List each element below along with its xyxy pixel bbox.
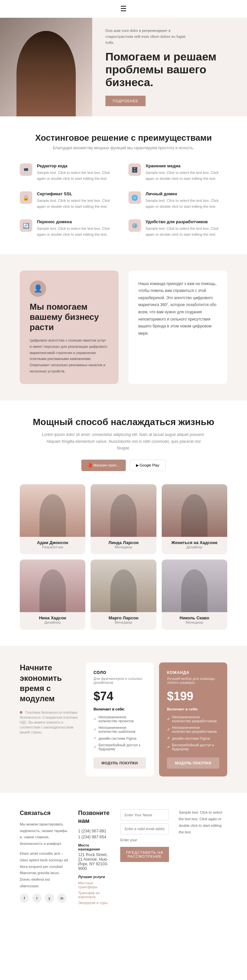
feature-icon: ⚙️ — [128, 219, 141, 232]
footer-submit-button[interactable]: ПРЕДСТАВИТЬ НА РАССМОТРЕНИЕ — [120, 847, 168, 862]
feature-text-block: Хранение медиа Sample text. Click to sel… — [146, 163, 227, 181]
person-silhouette — [40, 570, 66, 612]
pricing-note: Платёжка безопасности платёжка безопасно… — [20, 710, 79, 735]
feature-icon: 🌐 — [128, 191, 141, 204]
feature-text-block: Перенос домена Sample text. Click to sel… — [37, 219, 119, 237]
footer-social-icons: f t y in — [20, 894, 68, 903]
footer-address: 121 Rock Street, 21 Avenue, Нью-Йорк, NY… — [78, 853, 110, 871]
team-member-name: Линда Ларсон — [91, 540, 156, 545]
feature-item: 🔒 Сертификат SSL Sample text. Click to s… — [20, 191, 119, 209]
team-card: Нина Хадсон Дизайнер — [20, 560, 85, 630]
hero-subtitle: Duis aute irure dolor в репрехендерит в … — [105, 28, 188, 45]
footer-phone2: 1 (234) 987-654 — [78, 835, 110, 839]
facebook-icon[interactable]: f — [20, 894, 29, 903]
team-grid: Адам Джонсон Разработчик Линда Ларсон Ме… — [20, 484, 227, 630]
team-member-name: Жениться на Хадсоне — [162, 540, 227, 545]
person-silhouette — [181, 570, 207, 612]
plan-buy-button[interactable]: Модуль покупки — [167, 757, 219, 768]
feature-description: Sample text. Click to select the text bo… — [146, 170, 227, 181]
linkedin-icon[interactable]: in — [57, 894, 67, 903]
team-photo — [91, 560, 156, 612]
feature-icon: 🗄️ — [128, 163, 141, 176]
grow-avatar-icon: 👤 — [30, 280, 46, 297]
features-grid: 💻 Редактор кода Sample text. Click to se… — [20, 163, 227, 238]
footer-col-contact: Связаться Мы можем гарантировать надёжно… — [20, 810, 68, 906]
hero-title: Помогаем и решаем проблемы вашего бизнес… — [105, 50, 237, 89]
team-member-name: Нина Хадсон — [20, 616, 85, 620]
hamburger-icon[interactable]: ☰ — [120, 5, 127, 13]
footer-service-item[interactable]: Экскурсии и туры — [78, 900, 110, 906]
team-photo — [162, 560, 227, 612]
team-member-name: Марго Ларсон — [91, 616, 156, 620]
team-member-role: Разработчик — [20, 545, 85, 549]
plan-description: Лучший выбор для команды любого размера. — [167, 676, 219, 684]
plan-includes-label: Включает в себя: — [93, 707, 146, 711]
person-silhouette — [40, 494, 66, 537]
pricing-left: Начните экономить время с модулем Платёж… — [20, 662, 79, 735]
powerful-section: Мощный способ наслаждаться жизнью Lorem … — [0, 401, 247, 646]
team-card: Линда Ларсон Менеджер — [91, 484, 156, 554]
team-member-name: Николь Скаво — [162, 616, 227, 620]
plan-feature: ✓Бесперебойный доступ к будущему — [93, 741, 146, 752]
pricing-left-title: Начните экономить время с модулем — [20, 662, 79, 703]
feature-icon: 🔄 — [20, 219, 32, 232]
feature-item: ⚙️ Удобство для разработчиков Sample tex… — [128, 219, 227, 237]
grow-title: Мы помогаем вашему бизнесу расти — [30, 302, 109, 333]
team-card: Николь Скаво Менеджер — [162, 560, 227, 630]
plan-price: $74 — [93, 689, 146, 703]
feature-title: Редактор кода — [37, 163, 119, 168]
plan-label: Соло — [93, 670, 146, 675]
feature-title: Хранение медиа — [146, 163, 227, 168]
footer-contact-text1: Мы можем гарантировать надёжность, низки… — [20, 821, 68, 847]
checkmark-icon: ✓ — [167, 736, 170, 740]
google-play-button[interactable]: ▶ Google Play — [130, 460, 166, 471]
grow-left-text: Цифровое агентство с полным пакетом услу… — [30, 337, 109, 374]
footer-service-item[interactable]: Местные трансферы — [78, 880, 110, 890]
grow-left: 👤 Мы помогаем вашему бизнесу расти Цифро… — [20, 270, 119, 384]
person-silhouette — [110, 494, 137, 537]
plan-feature: ✓Неограниченное количество проектов — [93, 714, 146, 724]
hosting-title: Хостинговое решение с преимуществами — [20, 133, 227, 143]
feature-item: 🌐 Личный домен Sample text. Click to sel… — [128, 191, 227, 209]
hero-image — [0, 18, 92, 116]
hero-section: Duis aute irure dolor в репрехендерит в … — [0, 18, 247, 116]
footer-service-item[interactable]: Трансфер из аэропорта — [78, 890, 110, 900]
app-store-button[interactable]: 🍎 Магазин прил... — [81, 460, 125, 471]
team-card: Марго Ларсон Менеджер — [91, 560, 156, 630]
feature-text-block: Редактор кода Sample text. Click to sele… — [37, 163, 119, 181]
checkmark-icon: ✓ — [93, 717, 96, 721]
feature-description: Sample text. Click to select the text bo… — [37, 170, 119, 181]
checkmark-icon: ✓ — [93, 745, 96, 749]
feature-description: Sample text. Click to select the text bo… — [37, 226, 119, 237]
powerful-title: Мощный способ наслаждаться жизнью — [20, 417, 227, 427]
plan-feature: ✓Неограниченное количество шаблонов — [93, 724, 146, 735]
team-photo — [162, 484, 227, 537]
plan-feature: ✓дизайн-система Figma — [93, 735, 146, 741]
footer: Связаться Мы можем гарантировать надёжно… — [0, 793, 247, 926]
footer-email-input[interactable] — [120, 823, 168, 834]
team-photo — [20, 484, 85, 537]
feature-title: Удобство для разработчиков — [146, 219, 227, 224]
grow-right: Наша команда приходит к вам на помощь, ч… — [128, 270, 227, 384]
team-member-role: Дизайнер — [162, 545, 227, 549]
team-photo — [20, 560, 85, 612]
pricing-plan-card: Соло Для фрилансеров и сольных дизайнеро… — [86, 662, 154, 776]
team-member-role: Менеджер — [91, 545, 156, 549]
feature-icon: 💻 — [20, 163, 32, 176]
feature-title: Перенос домена — [37, 219, 119, 224]
team-member-role: Дизайнер — [20, 620, 85, 624]
twitter-icon[interactable]: t — [32, 894, 42, 903]
footer-name-input[interactable] — [120, 810, 168, 821]
footer-contact-title: Связаться — [20, 810, 68, 817]
checkmark-icon: ✓ — [167, 727, 170, 732]
plan-price: $199 — [167, 689, 219, 703]
youtube-icon[interactable]: y — [45, 894, 54, 903]
plan-buy-button[interactable]: Модуль покупки — [93, 757, 146, 768]
hero-cta-button[interactable]: ПОДРОБНЕЕ — [105, 95, 146, 106]
plan-description: Для фрилансеров и сольных дизайнеров — [93, 676, 146, 684]
checkmark-icon: ✓ — [93, 736, 96, 740]
team-member-name: Адам Джонсон — [20, 540, 85, 545]
checkmark-icon: ✓ — [167, 717, 170, 721]
footer-col-form: Enter your ПРЕДСТАВИТЬ НА РАССМОТРЕНИЕ — [120, 810, 168, 906]
team-card: Адам Джонсон Разработчик — [20, 484, 85, 554]
